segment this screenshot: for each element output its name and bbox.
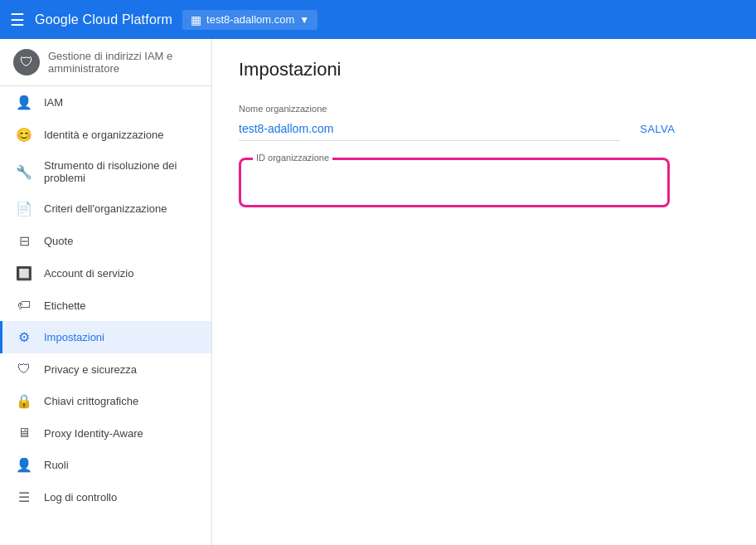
- sidebar-item-quota[interactable]: ⊟ Quote: [0, 225, 211, 257]
- sidebar-icon-policy: 📄: [16, 201, 32, 217]
- sidebar-icon-troubleshoot: 🔧: [16, 164, 32, 180]
- sidebar-label-iam: IAM: [44, 96, 63, 109]
- sidebar-icon-identity: 😊: [16, 127, 32, 143]
- sidebar-item-policy[interactable]: 📄 Criteri dell'organizzazione: [0, 192, 211, 225]
- sidebar-item-identity[interactable]: 😊 Identità e organizzazione: [0, 119, 211, 151]
- app-title: Google Cloud Platform: [35, 12, 172, 27]
- org-name-input[interactable]: [239, 117, 620, 141]
- project-name: test8-adallom.com: [206, 13, 294, 26]
- sidebar-label-audit: Log di controllo: [44, 491, 117, 504]
- sidebar-icon-settings: ⚙: [16, 329, 32, 345]
- sidebar-label-service-accounts: Account di servizio: [44, 267, 133, 280]
- sidebar-label-crypto: Chiavi crittografiche: [44, 395, 138, 407]
- project-icon: ▦: [191, 13, 201, 27]
- org-name-row: SALVA: [239, 117, 729, 141]
- sidebar-icon-iam: 👤: [16, 95, 32, 110]
- sidebar-header: 🛡 Gestione di indirizzi IAM e amministra…: [0, 39, 211, 86]
- sidebar-item-audit[interactable]: ☰ Log di controllo: [0, 481, 211, 513]
- sidebar-header-icon: 🛡: [13, 49, 40, 75]
- sidebar-label-proxy: Proxy Identity-Aware: [44, 427, 143, 440]
- org-name-field-container: Nome organizzazione SALVA: [239, 104, 729, 141]
- sidebar-icon-quota: ⊟: [16, 233, 32, 249]
- sidebar-label-policy: Criteri dell'organizzazione: [44, 202, 167, 215]
- org-id-label: ID organizzazione: [253, 153, 332, 163]
- sidebar-items-container: 👤 IAM 😊 Identità e organizzazione 🔧 Stru…: [0, 86, 211, 513]
- sidebar-icon-roles: 👤: [16, 457, 32, 473]
- menu-icon[interactable]: ☰: [10, 10, 25, 30]
- sidebar-item-settings[interactable]: ⚙ Impostazioni: [0, 321, 211, 353]
- sidebar-item-proxy[interactable]: 🖥 Proxy Identity-Aware: [0, 417, 211, 449]
- main-layout: 🛡 Gestione di indirizzi IAM e amministra…: [0, 39, 756, 545]
- project-dropdown-arrow: ▼: [299, 14, 309, 26]
- sidebar-icon-audit: ☰: [16, 489, 32, 505]
- sidebar-item-troubleshoot[interactable]: 🔧 Strumento di risoluzione dei problemi: [0, 151, 211, 192]
- sidebar-icon-labels: 🏷: [16, 298, 32, 313]
- sidebar-item-crypto[interactable]: 🔒 Chiavi crittografiche: [0, 385, 211, 417]
- org-name-label: Nome organizzazione: [239, 104, 729, 114]
- sidebar-label-troubleshoot: Strumento di risoluzione dei problemi: [44, 159, 198, 184]
- sidebar-icon-service-accounts: 🔲: [16, 265, 32, 281]
- sidebar-item-privacy[interactable]: 🛡 Privacy e sicurezza: [0, 353, 211, 385]
- sidebar-label-quota: Quote: [44, 235, 73, 247]
- sidebar: 🛡 Gestione di indirizzi IAM e amministra…: [0, 39, 212, 545]
- sidebar-item-roles[interactable]: 👤 Ruoli: [0, 449, 211, 481]
- sidebar-header-label: Gestione di indirizzi IAM e amministrato…: [48, 50, 198, 75]
- sidebar-icon-privacy: 🛡: [16, 362, 32, 377]
- org-id-input[interactable]: [258, 173, 651, 187]
- sidebar-item-service-accounts[interactable]: 🔲 Account di servizio: [0, 257, 211, 290]
- main-content: Impostazioni Nome organizzazione SALVA I…: [212, 39, 756, 545]
- sidebar-label-privacy: Privacy e sicurezza: [44, 363, 137, 376]
- save-button[interactable]: SALVA: [633, 119, 681, 139]
- top-header: ☰ Google Cloud Platform ▦ test8-adallom.…: [0, 0, 756, 39]
- project-selector[interactable]: ▦ test8-adallom.com ▼: [182, 10, 317, 30]
- sidebar-item-labels[interactable]: 🏷 Etichette: [0, 290, 211, 321]
- sidebar-label-identity: Identità e organizzazione: [44, 129, 164, 141]
- sidebar-icon-crypto: 🔒: [16, 393, 32, 409]
- sidebar-item-iam[interactable]: 👤 IAM: [0, 86, 211, 119]
- sidebar-label-labels: Etichette: [44, 299, 86, 312]
- sidebar-label-roles: Ruoli: [44, 459, 69, 471]
- sidebar-icon-proxy: 🖥: [16, 426, 32, 440]
- page-title: Impostazioni: [239, 59, 729, 80]
- org-id-box: ID organizzazione: [239, 158, 670, 207]
- sidebar-label-settings: Impostazioni: [44, 331, 104, 343]
